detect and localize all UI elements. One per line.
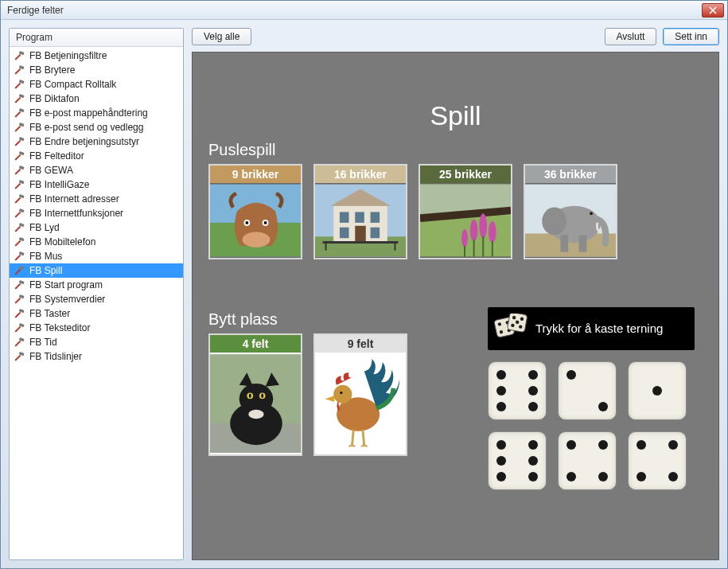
sidebar-item-label: FB Taster [29, 307, 70, 320]
exit-button[interactable]: Avslutt [605, 28, 657, 45]
dice-grid [488, 361, 695, 490]
die-pip [496, 440, 506, 450]
sidebar-item-label: FB Spill [29, 264, 62, 277]
card-header: 16 brikker [315, 166, 406, 183]
sidebar-item[interactable]: FB Compact Rolltalk [10, 77, 183, 92]
sidebar-list: FB BetjeningsfiltreFB BrytereFB Compact … [10, 47, 183, 559]
card-image [210, 183, 301, 258]
sidebar-item[interactable]: FB Felteditor [10, 149, 183, 163]
sidebar-item[interactable]: FB IntelliGaze [10, 177, 183, 192]
hammer-icon [14, 337, 25, 348]
hammer-icon [14, 93, 25, 104]
sidebar-item-label: FB Internett adresser [29, 193, 119, 205]
canvas: Spill Puslespill 9 brikker16 brikker25 b… [192, 52, 719, 560]
card-header: 36 brikker [525, 166, 616, 183]
die-pip [637, 472, 646, 481]
sidebar-header: Program [10, 29, 183, 47]
die-pip [496, 456, 506, 466]
sidebar-item-label: FB Compact Rolltalk [29, 78, 116, 91]
sidebar-item[interactable]: FB Mobiltelefon [10, 235, 183, 249]
die-pip [528, 370, 538, 380]
die[interactable] [488, 361, 547, 420]
hammer-icon [14, 265, 25, 276]
sidebar-item[interactable]: FB Systemverdier [10, 292, 183, 306]
puzzle-card[interactable]: 16 brikker [313, 164, 407, 259]
insert-button[interactable]: Sett inn [663, 28, 719, 45]
card-image [525, 183, 616, 258]
close-button[interactable] [702, 3, 724, 18]
card-image [210, 353, 301, 454]
swap-card[interactable]: 9 felt [313, 333, 407, 456]
sidebar-item-label: FB Betjeningsfiltre [29, 49, 107, 62]
main-panel: Velg alle Avslutt Sett inn Spill Puslesp… [192, 28, 719, 560]
die-pip [528, 402, 538, 411]
sidebar-item[interactable]: FB Brytere [10, 63, 183, 77]
sidebar: Program FB BetjeningsfiltreFB BrytereFB … [9, 28, 184, 560]
die-pip [528, 386, 538, 396]
sidebar-item-label: FB Start program [29, 279, 103, 291]
die[interactable] [488, 431, 547, 490]
dice-banner[interactable]: Trykk for å kaste terning [488, 307, 695, 350]
sidebar-item[interactable]: FB Internettfunksjoner [10, 206, 183, 220]
sidebar-item[interactable]: FB Spill [10, 263, 183, 278]
sidebar-item-label: FB Tid [29, 336, 57, 349]
puzzle-card[interactable]: 9 brikker [208, 164, 302, 259]
titlebar: Ferdige felter [1, 1, 727, 20]
die[interactable] [628, 361, 687, 420]
dice-area: Trykk for å kaste terning [488, 307, 695, 490]
puzzle-card[interactable]: 36 brikker [524, 164, 617, 259]
swap-card[interactable]: 4 felt [208, 333, 302, 456]
die-pip [566, 472, 576, 481]
die-pip [598, 472, 608, 481]
die[interactable] [628, 431, 687, 490]
sidebar-item-label: FB Mus [29, 250, 62, 263]
die-pip [598, 402, 608, 411]
die-pip [652, 386, 662, 396]
sidebar-item[interactable]: FB Start program [10, 278, 183, 292]
sidebar-item-label: FB GEWA [29, 164, 73, 177]
sidebar-item-label: FB Brytere [29, 64, 75, 76]
canvas-title: Spill [208, 100, 703, 131]
die-pip [496, 370, 506, 380]
sidebar-item[interactable]: FB Mus [10, 249, 183, 263]
card-header: 9 felt [315, 335, 406, 353]
die-pip [668, 472, 678, 481]
sidebar-item-label: FB Teksteditor [29, 322, 90, 334]
sidebar-item-label: FB Systemverdier [29, 293, 105, 306]
hammer-icon [14, 179, 25, 190]
die-pip [668, 440, 678, 450]
hammer-icon [14, 308, 25, 319]
sidebar-item[interactable]: FB Teksteditor [10, 321, 183, 335]
die[interactable] [558, 431, 617, 490]
hammer-icon [14, 236, 25, 247]
sidebar-item[interactable]: FB Tid [10, 335, 183, 349]
hammer-icon [14, 64, 25, 76]
sidebar-item[interactable]: FB Betjeningsfiltre [10, 49, 183, 63]
sidebar-item-label: FB Lyd [29, 221, 60, 234]
sidebar-item-label: FB Endre betjeningsutstyr [29, 135, 139, 148]
hammer-icon [14, 122, 25, 133]
sidebar-item-label: FB IntelliGaze [29, 178, 89, 191]
puzzle-card[interactable]: 25 brikker [419, 164, 512, 259]
sidebar-item-label: FB e-post mappehåndtering [29, 107, 148, 119]
die-pip [528, 456, 538, 466]
sidebar-item[interactable]: FB Tidslinjer [10, 349, 183, 364]
die-pip [598, 440, 608, 450]
select-all-button[interactable]: Velg alle [192, 28, 251, 45]
sidebar-item[interactable]: FB Lyd [10, 220, 183, 235]
hammer-icon [14, 107, 25, 119]
hammer-icon [14, 294, 25, 305]
sidebar-item[interactable]: FB e-post mappehåndtering [10, 106, 183, 120]
puzzle-section-title: Puslespill [208, 141, 703, 159]
content: Program FB BetjeningsfiltreFB BrytereFB … [1, 20, 727, 568]
sidebar-item[interactable]: FB Internett adresser [10, 192, 183, 206]
die[interactable] [558, 361, 617, 420]
die-pip [496, 386, 506, 396]
sidebar-item[interactable]: FB Endre betjeningsutstyr [10, 134, 183, 149]
sidebar-item[interactable]: FB Diktafon [10, 92, 183, 106]
sidebar-item[interactable]: FB GEWA [10, 163, 183, 177]
sidebar-item[interactable]: FB Taster [10, 306, 183, 321]
puzzle-row: 9 brikker16 brikker25 brikker36 brikker [208, 164, 703, 259]
sidebar-item[interactable]: FB e-post send og vedlegg [10, 120, 183, 134]
card-image [420, 183, 511, 258]
